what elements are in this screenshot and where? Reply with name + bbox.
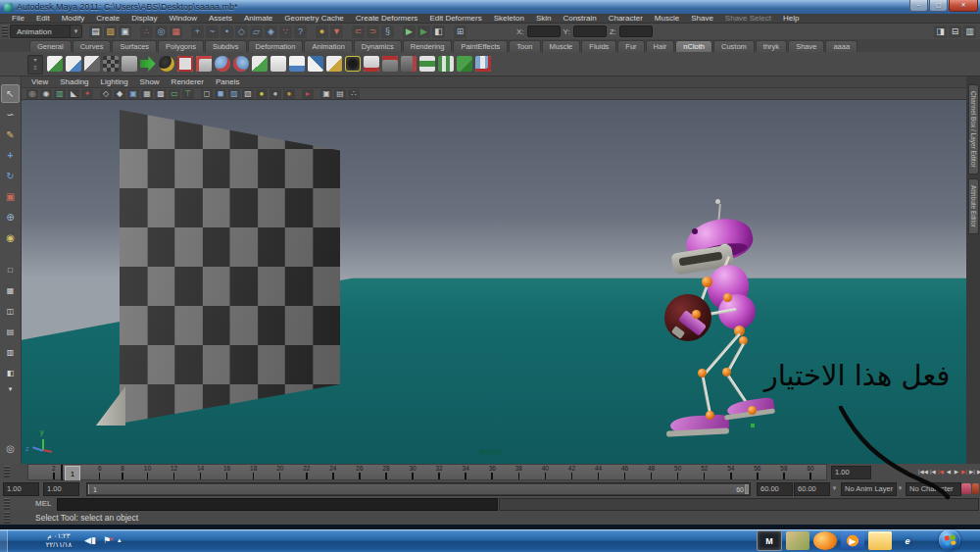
- snap-grid-icon[interactable]: +: [191, 25, 204, 38]
- hidden-icons-button[interactable]: ▴: [118, 533, 122, 547]
- current-frame-indicator[interactable]: 1: [65, 466, 80, 481]
- layout-persp-uv[interactable]: ◧: [1, 364, 20, 382]
- shelf-tab-dynamics[interactable]: Dynamics: [354, 40, 402, 52]
- make-live-icon[interactable]: ◈: [265, 25, 277, 38]
- step-forward-frame-button[interactable]: ▶|: [968, 465, 976, 479]
- shelf-tab-hair[interactable]: Hair: [646, 40, 675, 52]
- construction-history-icon[interactable]: §: [381, 25, 394, 38]
- display-current-mesh-icon[interactable]: [122, 56, 137, 72]
- resolution-gate-icon[interactable]: ⊤: [182, 89, 194, 99]
- component-to-component-icon[interactable]: [177, 56, 193, 72]
- menu-assets[interactable]: Assets: [203, 14, 238, 23]
- layout-menu-arrow[interactable]: ▾: [1, 384, 20, 394]
- paint-vertex-properties-icon[interactable]: [159, 56, 174, 72]
- image-plane-icon[interactable]: ✦: [81, 89, 93, 99]
- move-tool[interactable]: +: [1, 146, 20, 165]
- step-forward-key-button[interactable]: ▶|: [960, 465, 968, 479]
- menu-geometry-cache[interactable]: Geometry Cache: [278, 14, 349, 23]
- render-view-shortcut[interactable]: ◎: [1, 439, 20, 458]
- wireframe-icon[interactable]: ◆: [114, 89, 125, 99]
- clapboard-icon[interactable]: ▤: [334, 89, 346, 99]
- isolate-select-icon[interactable]: ◻: [201, 89, 213, 99]
- shelf-tab-polygons[interactable]: Polygons: [158, 40, 204, 52]
- shelf-tab-rendering[interactable]: Rendering: [403, 40, 453, 52]
- two-panes-icon[interactable]: ◇: [100, 89, 112, 99]
- play-backwards-button[interactable]: ◀: [945, 465, 953, 479]
- ncache-create-icon[interactable]: [364, 56, 379, 72]
- perspective-viewport[interactable]: فعل هذا الاختيار persp y z: [22, 100, 966, 464]
- input-connections-icon[interactable]: ⊂: [352, 25, 365, 38]
- menu-muscle[interactable]: Muscle: [649, 14, 685, 23]
- ncache-delete-icon[interactable]: [382, 56, 398, 72]
- title-bar[interactable]: Autodesk Maya 2011: C:\Users\ABS\Desktop…: [0, 0, 980, 14]
- snap-curve-icon[interactable]: ~: [206, 25, 219, 38]
- save-scene-icon[interactable]: ▣: [119, 25, 131, 38]
- scale-tool[interactable]: ▣: [1, 187, 20, 206]
- create-ncloth-icon[interactable]: [47, 56, 63, 72]
- anim-layer-selector[interactable]: No Anim Layer: [841, 482, 897, 496]
- shelf-tab-muscle[interactable]: Muscle: [542, 40, 581, 52]
- tearable-surface-icon[interactable]: [270, 56, 286, 72]
- render-frame-icon[interactable]: ▶: [403, 25, 416, 38]
- output-connections-icon[interactable]: ⊃: [367, 25, 379, 38]
- ipr-render-icon[interactable]: ▶: [417, 25, 430, 38]
- taskbar-clock[interactable]: ٠١:٢٣ م ٢٢/١١/١٨: [35, 531, 82, 549]
- gold-light-icon[interactable]: ●: [283, 89, 295, 99]
- select-camera-icon[interactable]: ◎: [26, 89, 38, 99]
- display-input-mesh-icon[interactable]: [103, 56, 119, 72]
- create-passive-collider-icon[interactable]: [66, 56, 81, 72]
- range-slider-bar[interactable]: 1 60: [89, 484, 748, 494]
- playback-end-field[interactable]: 60.00: [794, 482, 830, 496]
- lasso-select-tool[interactable]: ∽: [1, 105, 20, 124]
- knee-joint-right[interactable]: [722, 368, 731, 376]
- menu-create[interactable]: Create: [90, 14, 125, 23]
- remove-ncloth-icon[interactable]: [84, 56, 100, 72]
- menu-help[interactable]: Help: [777, 14, 805, 23]
- menu-modify[interactable]: Modify: [56, 14, 91, 23]
- shelf-tab-custom[interactable]: Custom: [713, 40, 755, 52]
- show-tool-settings-icon[interactable]: ⊟: [949, 25, 961, 38]
- shelf-tab-painteffects[interactable]: PaintEffects: [453, 40, 508, 52]
- film-gate-icon[interactable]: ▭: [169, 89, 180, 99]
- help-mode-icon[interactable]: ?: [294, 25, 307, 38]
- select-object-icon[interactable]: ◎: [155, 25, 168, 38]
- taskbar-app-firefox[interactable]: [813, 531, 837, 550]
- quick-layout-icon[interactable]: ⊞: [454, 25, 466, 38]
- slide-on-surface-icon[interactable]: [233, 56, 249, 72]
- chevron-down-icon[interactable]: ▼: [830, 484, 839, 493]
- z-input[interactable]: [619, 25, 653, 37]
- render-settings-icon[interactable]: ◧: [432, 25, 445, 38]
- minimize-button[interactable]: –: [909, 0, 928, 12]
- rotate-tool[interactable]: ↻: [1, 167, 20, 185]
- character-set-selector[interactable]: No Character Set: [906, 482, 961, 496]
- shelf-tab-fur[interactable]: Fur: [617, 40, 644, 52]
- soft-modification-tool[interactable]: ◉: [1, 228, 20, 247]
- xray-icon[interactable]: ◼: [215, 89, 226, 99]
- multi-component-icon[interactable]: ▣: [320, 89, 332, 99]
- spider-web-icon[interactable]: [345, 56, 361, 72]
- spine-joint[interactable]: [723, 293, 732, 302]
- textured-icon[interactable]: ▦: [141, 89, 153, 99]
- layout-persp-outliner[interactable]: ◫: [1, 302, 20, 321]
- go-to-start-button[interactable]: |◀◀: [917, 465, 929, 479]
- exclude-collide-pairs-icon[interactable]: [326, 56, 342, 72]
- range-handle-right[interactable]: [745, 484, 749, 494]
- menu-create-deformers[interactable]: Create Deformers: [350, 14, 424, 23]
- point-to-surface-icon[interactable]: [196, 56, 212, 72]
- layout-four-pane[interactable]: ▦: [1, 281, 20, 300]
- shelf-tab-shave[interactable]: Shave: [788, 40, 824, 52]
- shaded-icon[interactable]: ▣: [127, 89, 139, 99]
- animation-start-field[interactable]: 1.00: [43, 482, 79, 496]
- shelf-tab-fluids[interactable]: Fluids: [581, 40, 616, 52]
- chevron-down-icon[interactable]: ▼: [896, 484, 905, 493]
- tab-channel-box-layer-editor[interactable]: Channel Box / Layer Editor: [968, 84, 979, 175]
- ncache-merge-icon[interactable]: [419, 56, 435, 72]
- shelf-tab-subdivs[interactable]: Subdivs: [205, 40, 247, 52]
- menu-skin[interactable]: Skin: [530, 14, 558, 23]
- start-button[interactable]: [939, 529, 960, 551]
- menu-file[interactable]: File: [6, 14, 30, 23]
- mel-command-input[interactable]: [57, 498, 498, 511]
- time-ruler[interactable]: 2468101214161820222426283032343638404244…: [27, 464, 827, 480]
- shelf-tab-surfaces[interactable]: Surfaces: [112, 40, 157, 52]
- ankle-joint-left[interactable]: [706, 411, 714, 420]
